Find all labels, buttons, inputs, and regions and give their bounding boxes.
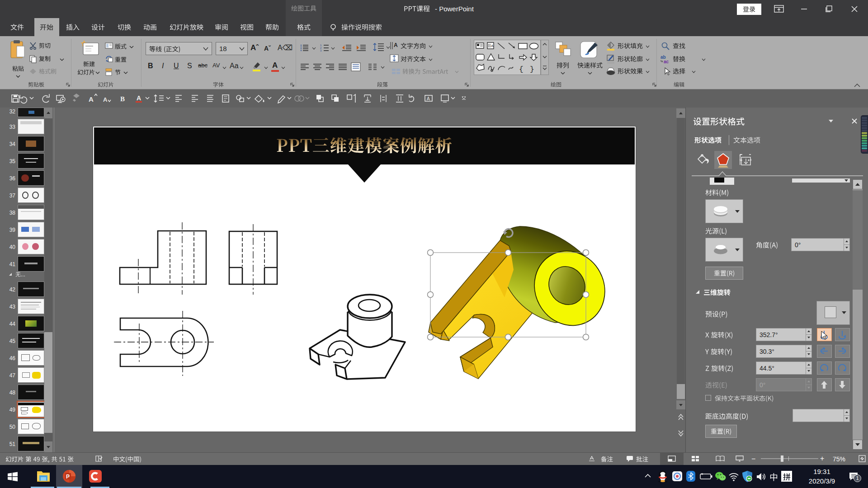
svg-text:A: A <box>394 42 398 48</box>
svg-text:}: } <box>530 66 534 74</box>
svg-text:B: B <box>120 95 125 103</box>
svg-text:A: A <box>103 96 108 103</box>
svg-text:{: { <box>519 66 524 74</box>
svg-text:A: A <box>89 95 94 103</box>
svg-text:ac: ac <box>664 59 669 64</box>
svg-text:P: P <box>66 474 70 480</box>
svg-text:A: A <box>427 96 430 101</box>
svg-text:A: A <box>137 94 141 102</box>
svg-text:A: A <box>491 44 494 48</box>
